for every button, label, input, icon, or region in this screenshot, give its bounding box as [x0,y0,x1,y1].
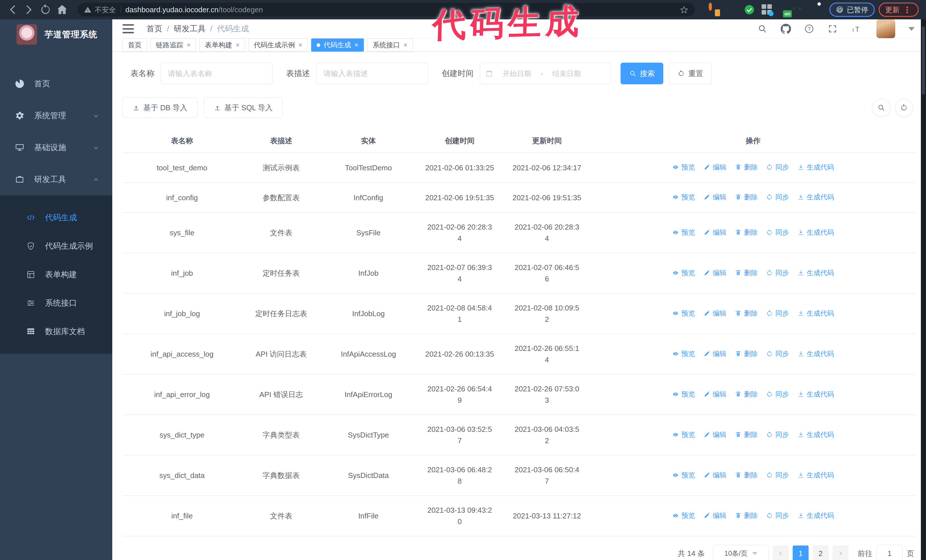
github-icon[interactable] [781,24,791,34]
end-date-input[interactable] [545,69,588,78]
extension-icon[interactable] [744,4,755,15]
preview-link[interactable]: 预览 [672,510,695,521]
extension-icon[interactable] [762,4,772,15]
tab-home[interactable]: 首页 [123,38,147,51]
edit-link[interactable]: 编辑 [704,469,726,481]
page-size-select[interactable]: 10条/页 [713,545,769,560]
tab-system-api[interactable]: 系统接口× [367,38,413,51]
edit-link[interactable]: 编辑 [704,388,726,400]
delete-link[interactable]: 删除 [735,348,758,359]
sync-link[interactable]: 同步 [766,388,789,400]
update-browser-badge[interactable]: 更新 ⋮ [879,3,918,17]
preview-link[interactable]: 预览 [672,388,695,400]
sidebar-subitem-form-builder[interactable]: 表单构建 [0,260,112,289]
import-db-button[interactable]: 基于 DB 导入 [123,97,197,118]
delete-link[interactable]: 删除 [735,162,758,173]
delete-link[interactable]: 删除 [735,469,758,481]
hamburger-icon[interactable] [123,24,134,33]
sync-link[interactable]: 同步 [766,162,789,173]
extension-icon[interactable] [815,4,825,15]
next-page-button[interactable] [832,545,849,560]
address-bar[interactable]: 不安全 dashboard.yudao.iocoder.cn/tool/code… [77,3,695,17]
sidebar-item-infra[interactable]: 基础设施 [0,131,112,163]
bookmark-star-icon[interactable] [679,5,688,14]
back-icon[interactable] [6,3,19,16]
preview-link[interactable]: 预览 [672,162,695,173]
sidebar-item-devtools[interactable]: 研发工具 [0,163,112,195]
scrollbar[interactable] [921,20,926,560]
tab-form-builder[interactable]: 表单构建× [200,38,245,51]
page-button-2[interactable]: 2 [813,545,829,560]
sync-link[interactable]: 同步 [766,227,789,238]
edit-link[interactable]: 编辑 [704,227,726,238]
extension-icon[interactable] [797,4,808,15]
edit-link[interactable]: 编辑 [704,162,726,173]
delete-link[interactable]: 删除 [735,227,758,238]
help-icon[interactable]: ? [804,24,814,34]
home-icon[interactable] [56,3,68,16]
edit-link[interactable]: 编辑 [704,192,726,203]
generate-code-link[interactable]: 生成代码 [797,429,834,440]
edit-link[interactable]: 编辑 [704,348,726,359]
tab-trace[interactable]: 链路追踪× [150,38,196,51]
chevron-down-icon[interactable] [908,27,915,31]
generate-code-link[interactable]: 生成代码 [797,267,834,279]
close-icon[interactable]: × [354,42,359,48]
generate-code-link[interactable]: 生成代码 [797,308,834,319]
sidebar-subitem-system-api[interactable]: 系统接口 [0,289,112,317]
generate-code-link[interactable]: 生成代码 [797,469,834,481]
search-button[interactable]: 搜索 [620,63,663,84]
preview-link[interactable]: 预览 [672,267,695,279]
start-date-input[interactable] [495,69,538,78]
logo-row[interactable]: 芋道管理系统 [0,20,112,50]
sidebar-subitem-codegen[interactable]: 代码生成 [0,203,112,232]
preview-link[interactable]: 预览 [672,429,695,440]
generate-code-link[interactable]: 生成代码 [797,348,834,359]
goto-page-input[interactable] [876,545,903,560]
page-button-1[interactable]: 1 [793,545,809,560]
date-range-picker[interactable]: - [480,63,611,84]
generate-code-link[interactable]: 生成代码 [797,388,834,400]
preview-link[interactable]: 预览 [672,192,695,203]
table-desc-input[interactable] [316,63,428,84]
generate-code-link[interactable]: 生成代码 [797,227,834,238]
close-icon[interactable]: × [404,42,407,48]
preview-link[interactable]: 预览 [672,348,695,359]
import-sql-button[interactable]: 基于 SQL 导入 [204,97,283,118]
reset-button[interactable]: 重置 [669,63,712,84]
extension-icon[interactable] [726,4,737,15]
generate-code-link[interactable]: 生成代码 [797,510,834,521]
tab-codegen-example[interactable]: 代码生成示例× [248,38,308,51]
breadcrumb-home[interactable]: 首页 [147,23,162,34]
paused-extension-badge[interactable]: 😄 已暂停 [829,3,875,17]
preview-link[interactable]: 预览 [672,308,695,319]
sync-link[interactable]: 同步 [766,469,789,481]
sync-link[interactable]: 同步 [766,510,789,521]
sync-link[interactable]: 同步 [766,429,789,440]
avatar[interactable] [876,20,895,38]
prev-page-button[interactable] [773,545,789,560]
edit-link[interactable]: 编辑 [704,308,726,319]
generate-code-link[interactable]: 生成代码 [797,162,834,173]
tab-codegen[interactable]: 代码生成× [311,38,364,51]
sync-link[interactable]: 同步 [766,267,789,279]
edit-link[interactable]: 编辑 [704,429,726,440]
sidebar-subitem-codegen-example[interactable]: 代码生成示例 [0,232,112,260]
delete-link[interactable]: 删除 [735,192,758,203]
scrollbar-thumb[interactable] [922,26,925,95]
generate-code-link[interactable]: 生成代码 [797,192,834,203]
reload-icon[interactable] [39,3,52,16]
security-label[interactable]: 不安全 [84,5,116,15]
delete-link[interactable]: 删除 [735,510,758,521]
sidebar-item-home[interactable]: 首页 [0,68,112,100]
breadcrumb-devtools[interactable]: 研发工具 [174,23,206,34]
delete-link[interactable]: 删除 [735,429,758,440]
delete-link[interactable]: 删除 [735,267,758,279]
sidebar-item-system[interactable]: 系统管理 [0,100,112,131]
edit-link[interactable]: 编辑 [704,267,726,279]
close-icon[interactable]: × [236,42,240,48]
sidebar-subitem-db-doc[interactable]: 数据库文档 [0,317,112,346]
menu-dots-icon[interactable]: ⋮ [903,5,912,15]
sync-link[interactable]: 同步 [766,192,789,203]
preview-link[interactable]: 预览 [672,469,695,481]
